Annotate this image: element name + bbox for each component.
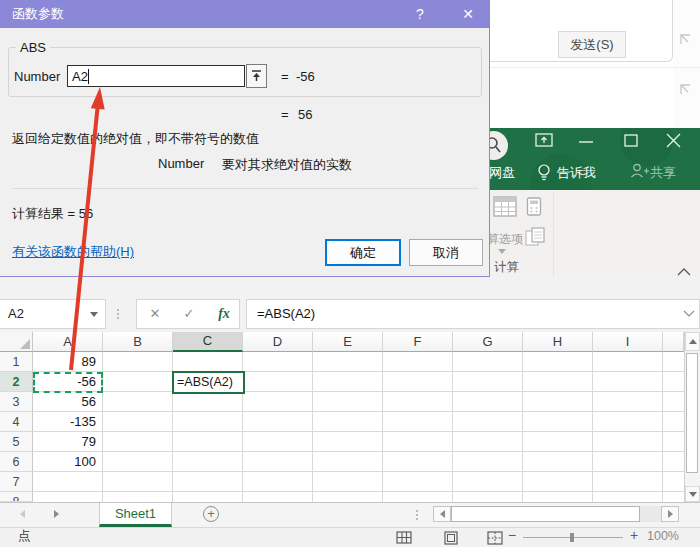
formula-text: =ABS(A2): [257, 299, 315, 329]
column-header-I[interactable]: I: [593, 332, 663, 352]
arg-equals-sign: =: [281, 69, 289, 84]
row-header-5[interactable]: 5: [0, 432, 33, 452]
maximize-icon[interactable]: [623, 133, 640, 148]
send-button[interactable]: 发送(S): [558, 31, 626, 58]
function-name-label: ABS: [16, 40, 50, 55]
cancel-button[interactable]: 取消: [409, 239, 483, 266]
prev-sheet-icon[interactable]: [20, 510, 25, 518]
scroll-right-button[interactable]: [661, 506, 679, 522]
zoom-slider-thumb[interactable]: [570, 533, 574, 542]
status-mode: 点: [18, 527, 31, 546]
cell-A4[interactable]: -135: [33, 412, 100, 432]
dialog-help-button[interactable]: ?: [408, 0, 432, 28]
function-arguments-dialog: 函数参数 ? ✕ ABS Number = -56 = 56 返回给定数值的绝对…: [0, 0, 490, 277]
column-header-D[interactable]: D: [243, 332, 313, 352]
scroll-up-button[interactable]: [685, 332, 700, 351]
horizontal-scroll-thumb[interactable]: [451, 506, 640, 522]
ok-button[interactable]: 确定: [325, 239, 401, 266]
formula-result-value: 56: [298, 107, 312, 122]
vertical-scroll-thumb[interactable]: [686, 353, 698, 473]
row-header-3[interactable]: 3: [0, 392, 33, 412]
cell-A6[interactable]: 100: [33, 452, 100, 472]
text-caret: [88, 69, 89, 84]
share-button[interactable]: 共享: [650, 164, 676, 182]
cell-A5[interactable]: 79: [33, 432, 100, 452]
row-header-7[interactable]: 7: [0, 472, 33, 492]
calculation-options-icon[interactable]: [493, 195, 518, 218]
calculate-now-icon[interactable]: [526, 197, 542, 217]
insert-function-icon[interactable]: fx: [212, 299, 236, 329]
sheet-tab-sheet1[interactable]: Sheet1: [99, 503, 172, 527]
column-header-E[interactable]: E: [313, 332, 383, 352]
column-header-F[interactable]: F: [383, 332, 453, 352]
divider: [488, 67, 700, 68]
lightbulb-icon: [536, 162, 552, 182]
column-header-G[interactable]: G: [453, 332, 523, 352]
zoom-in-button[interactable]: +: [630, 526, 638, 545]
calculate-sheet-icon[interactable]: [525, 227, 545, 247]
ribbon-display-options-icon[interactable]: [535, 133, 554, 148]
row-header-2[interactable]: 2: [0, 372, 33, 392]
add-sheet-button[interactable]: +: [203, 506, 219, 522]
ribbon-group-divider: [553, 192, 554, 278]
column-header-partial[interactable]: [663, 332, 684, 352]
name-box-value: A2: [8, 299, 24, 329]
normal-view-icon[interactable]: [396, 531, 413, 545]
formula-equals-sign: =: [281, 107, 289, 122]
scroll-down-button[interactable]: [685, 486, 700, 502]
worksheet-grid[interactable]: [33, 352, 684, 502]
dialog-title: 函数参数: [12, 0, 64, 28]
overlay-right-strip: [673, 0, 700, 128]
tell-me-box[interactable]: 告诉我: [557, 164, 596, 182]
column-header-A[interactable]: A: [33, 332, 103, 352]
page-layout-view-icon[interactable]: [443, 531, 460, 545]
column-header-B[interactable]: B: [103, 332, 173, 352]
collapse-arrow-icon: [250, 69, 263, 83]
row-header-1[interactable]: 1: [0, 352, 33, 372]
arg-hint-name: Number: [158, 156, 204, 171]
row-header-6[interactable]: 6: [0, 452, 33, 472]
number-arg-label: Number: [14, 69, 60, 84]
select-all-corner[interactable]: [0, 332, 33, 352]
excel-window: 发送(S) 网盘 告诉我 共享 算选项 计算 A2 ✕ ✓ fx =ABS(A2…: [0, 0, 700, 547]
formula-bar-grip[interactable]: [117, 307, 119, 321]
page-break-view-icon[interactable]: [487, 531, 504, 545]
calc-result-text: 计算结果 = 56: [12, 205, 93, 223]
share-person-icon: [629, 162, 649, 180]
zoom-out-button[interactable]: −: [508, 526, 516, 545]
function-help-link[interactable]: 有关该函数的帮助(H): [12, 243, 134, 261]
column-header-C[interactable]: C: [173, 332, 243, 352]
cell-A1[interactable]: 89: [33, 352, 100, 372]
next-sheet-icon[interactable]: [54, 510, 59, 518]
name-box-dropdown-icon[interactable]: [90, 312, 98, 317]
scroll-left-button[interactable]: [433, 506, 451, 522]
column-header-H[interactable]: H: [523, 332, 593, 352]
cancel-formula-icon[interactable]: ✕: [144, 299, 166, 329]
corner-arrow-icon: [679, 83, 692, 96]
dropdown-arrow-icon: [498, 249, 506, 254]
minimize-icon[interactable]: [578, 134, 595, 148]
row-header-8[interactable]: 8: [0, 492, 33, 502]
calculation-options-label[interactable]: 算选项: [487, 231, 523, 248]
dialog-divider: [12, 188, 478, 189]
cell-C2-active[interactable]: =ABS(A2): [172, 371, 245, 394]
corner-arrow-icon: [679, 33, 692, 46]
close-window-icon[interactable]: [665, 132, 683, 149]
expand-formula-bar-icon[interactable]: [682, 308, 696, 320]
marching-ants-selection: [33, 372, 103, 393]
enter-formula-icon[interactable]: ✓: [178, 299, 200, 329]
row-header-4[interactable]: 4: [0, 412, 33, 432]
zoom-level[interactable]: 100%: [647, 527, 679, 546]
collapse-dialog-button[interactable]: [246, 64, 267, 88]
arg-result-value: -56: [296, 69, 315, 84]
calculation-group-label: 计算: [494, 259, 519, 276]
ribbon-tab-netdisk[interactable]: 网盘: [489, 164, 515, 182]
function-description: 返回给定数值的绝对值，即不带符号的数值: [12, 130, 259, 148]
tab-bar-grip[interactable]: [416, 508, 418, 522]
cell-A3[interactable]: 56: [33, 392, 100, 412]
number-arg-input[interactable]: [67, 65, 245, 87]
arg-hint-text: 要对其求绝对值的实数: [222, 156, 352, 174]
dialog-close-icon[interactable]: ✕: [454, 0, 482, 28]
